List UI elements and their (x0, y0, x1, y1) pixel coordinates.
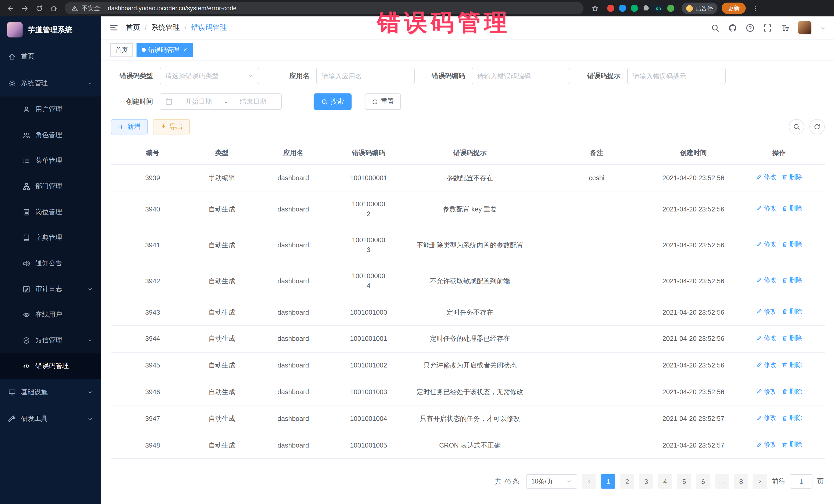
next-page-button[interactable] (753, 474, 767, 489)
edit-link[interactable]: 修改 (756, 440, 776, 450)
edit-link[interactable]: 修改 (756, 172, 776, 182)
cell-code: 1001001003 (337, 379, 400, 406)
sidebar-item-11[interactable]: 在线用户 (0, 302, 101, 327)
delete-link[interactable]: 删除 (782, 172, 802, 182)
sidebar-item-10[interactable]: 审计日志 (0, 276, 101, 302)
search-button[interactable]: 搜索 (313, 93, 352, 110)
delete-link[interactable]: 删除 (782, 276, 802, 285)
page-button-4[interactable]: 4 (658, 474, 672, 489)
fullscreen-icon[interactable] (763, 23, 772, 32)
sidebar-item-label: 部门管理 (36, 182, 93, 191)
paused-label: 已暂停 (696, 4, 713, 12)
edit-link[interactable]: 修改 (756, 360, 776, 370)
delete-link[interactable]: 删除 (782, 307, 802, 317)
address-bar[interactable]: 不安全 dashboard.yudao.iocoder.cn/system/er… (65, 2, 584, 14)
paused-badge[interactable]: 已暂停 (682, 3, 718, 14)
sidebar-item-14[interactable]: 基础设施 (0, 379, 101, 406)
goto-page-input[interactable] (790, 474, 812, 489)
sidebar-item-5[interactable]: 菜单管理 (0, 148, 101, 174)
page-button-8[interactable]: 8 (734, 474, 748, 489)
bookmark-star-icon[interactable] (590, 3, 600, 13)
pagination-more-button[interactable]: ··· (715, 474, 729, 489)
tab-home[interactable]: 首页 (110, 43, 133, 57)
edit-link[interactable]: 修改 (756, 334, 776, 343)
export-button[interactable]: 导出 (153, 119, 190, 134)
extension-icon-green[interactable] (631, 5, 638, 12)
cell-code: 1001001001 (337, 326, 400, 352)
caret-down-icon[interactable] (820, 25, 826, 30)
page-button-6[interactable]: 6 (696, 474, 710, 489)
delete-link[interactable]: 删除 (782, 440, 802, 450)
cell-code: 100100000 3 (337, 227, 400, 263)
sidebar-item-4[interactable]: 角色管理 (0, 122, 101, 148)
close-icon[interactable] (183, 47, 188, 52)
error-code-input[interactable] (471, 68, 570, 84)
cell-time: 2021-04-20 23:52:56 (653, 227, 733, 263)
browser-menu-icon[interactable] (750, 3, 760, 13)
delete-link[interactable]: 删除 (782, 387, 802, 396)
breadcrumb-home[interactable]: 首页 (126, 23, 140, 32)
download-icon (160, 124, 167, 130)
extension-on-icon[interactable]: on (654, 5, 663, 12)
add-button[interactable]: 新增 (111, 119, 148, 134)
sidebar-item-7[interactable]: 岗位管理 (0, 199, 101, 225)
column-header: 备注 (540, 141, 653, 165)
sidebar-item-6[interactable]: 部门管理 (0, 174, 101, 199)
forward-icon[interactable] (20, 3, 30, 13)
avatar[interactable] (798, 21, 811, 35)
browser-home-icon[interactable] (48, 3, 59, 13)
help-icon[interactable] (746, 23, 754, 32)
app-name-input[interactable] (316, 68, 415, 84)
extension-icon-blue[interactable] (619, 5, 626, 12)
reload-icon[interactable] (34, 3, 44, 13)
toggle-search-button[interactable] (789, 119, 804, 134)
delete-link[interactable]: 删除 (782, 334, 802, 343)
sidebar-item-13[interactable]: 错误码管理 (0, 353, 101, 379)
delete-link[interactable]: 删除 (782, 413, 802, 423)
edit-link[interactable]: 修改 (756, 307, 776, 317)
sidebar-item-label: 字典管理 (36, 233, 93, 242)
sidebar-item-12[interactable]: 短信管理 (0, 327, 101, 353)
date-range-picker[interactable]: 开始日期 - 结束日期 (160, 93, 282, 110)
refresh-table-button[interactable] (809, 119, 825, 134)
hamburger-icon[interactable] (109, 23, 118, 32)
filter-label-type: 错误码类型 (117, 71, 153, 81)
sidebar-item-15[interactable]: 研发工具 (0, 406, 101, 432)
extension-icon-leaf[interactable] (667, 5, 674, 12)
sidebar-item-1[interactable]: 首页 (0, 43, 101, 70)
page-button-1[interactable]: 1 (601, 474, 615, 489)
prev-page-button[interactable] (582, 474, 596, 489)
edit-link[interactable]: 修改 (756, 276, 776, 285)
page-button-5[interactable]: 5 (677, 474, 691, 489)
extensions-puzzle-icon[interactable] (642, 5, 650, 12)
edit-icon (756, 309, 762, 315)
font-size-icon[interactable] (781, 23, 789, 32)
edit-link[interactable]: 修改 (756, 413, 776, 423)
delete-link[interactable]: 删除 (782, 204, 802, 214)
page-button-3[interactable]: 3 (639, 474, 653, 489)
delete-link[interactable]: 删除 (782, 360, 802, 370)
extension-icon-red[interactable] (607, 5, 614, 12)
edit-link[interactable]: 修改 (756, 204, 776, 214)
error-type-select[interactable]: 请选择错误码类型 (160, 68, 259, 84)
search-icon[interactable] (711, 23, 720, 32)
page-size-select[interactable]: 10条/页 (526, 474, 577, 489)
logo[interactable]: 芋道管理系统 (0, 17, 101, 43)
edit-link[interactable]: 修改 (756, 240, 776, 249)
cell-code: 100100000 4 (337, 263, 400, 299)
sidebar-item-8[interactable]: 字典管理 (0, 225, 101, 250)
update-button[interactable]: 更新 (722, 3, 746, 14)
reset-button[interactable]: 重置 (365, 93, 401, 110)
page-button-2[interactable]: 2 (620, 474, 634, 489)
error-msg-input[interactable] (627, 68, 726, 84)
sidebar-item-9[interactable]: 通知公告 (0, 250, 101, 276)
security-label: 不安全 (82, 4, 100, 13)
sidebar-item-2[interactable]: 系统管理 (0, 70, 101, 96)
back-icon[interactable] (5, 3, 15, 13)
breadcrumb-system[interactable]: 系统管理 (151, 23, 180, 32)
tab-error-code[interactable]: 错误码管理 (136, 43, 193, 57)
delete-link[interactable]: 删除 (782, 240, 802, 249)
edit-link[interactable]: 修改 (756, 387, 776, 396)
github-icon[interactable] (728, 23, 737, 32)
sidebar-item-3[interactable]: 用户管理 (0, 96, 101, 122)
